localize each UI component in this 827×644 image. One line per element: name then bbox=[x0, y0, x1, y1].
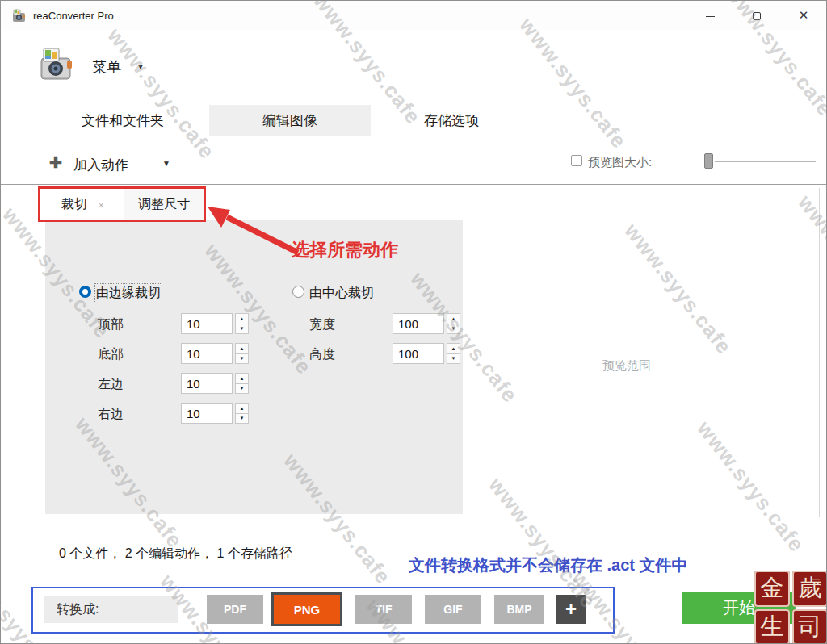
add-action-button[interactable]: 加入动作 bbox=[73, 156, 128, 174]
preview-area-placeholder: 预览范围 bbox=[602, 358, 651, 374]
preview-area-border bbox=[819, 188, 820, 517]
tab-files-folders[interactable]: 文件和文件夹 bbox=[45, 105, 200, 136]
convert-bar: 转换成: PDF PNG TIF GIF BMP + bbox=[31, 587, 615, 634]
annotation-note-text: 文件转换格式并不会储存在 .act 文件中 bbox=[409, 554, 688, 576]
top-label: 顶部 bbox=[98, 316, 124, 333]
height-spin-down-icon[interactable]: ▼ bbox=[447, 354, 460, 365]
width-spin-up-icon[interactable]: ▲ bbox=[447, 313, 460, 324]
tab-saving-options[interactable]: 存储选项 bbox=[379, 105, 524, 136]
crop-by-center-radio[interactable] bbox=[292, 286, 304, 298]
top-spin-down-icon[interactable]: ▼ bbox=[235, 324, 249, 335]
watermark-text: www.syys.cafe bbox=[793, 190, 827, 331]
preview-size-slider-thumb[interactable] bbox=[704, 153, 713, 169]
left-spin-up-icon[interactable]: ▲ bbox=[235, 373, 249, 384]
tab-edit-images[interactable]: 编辑图像 bbox=[209, 105, 371, 136]
menu-button[interactable]: 菜单 bbox=[92, 57, 121, 77]
width-spin-down-icon[interactable]: ▼ bbox=[447, 324, 460, 335]
add-format-button[interactable]: + bbox=[556, 595, 586, 624]
width-label: 宽度 bbox=[309, 316, 335, 333]
height-input[interactable] bbox=[393, 343, 444, 364]
window-title: reaConverter Pro bbox=[33, 10, 114, 22]
seal-char: 金 bbox=[754, 571, 790, 607]
height-spin-up-icon[interactable]: ▲ bbox=[447, 343, 460, 354]
bottom-spinner: ▲ ▼ bbox=[235, 343, 249, 364]
bottom-spin-up-icon[interactable]: ▲ bbox=[235, 343, 249, 354]
add-action-plus-icon: ✚ bbox=[49, 153, 62, 172]
format-button-gif[interactable]: GIF bbox=[425, 595, 481, 624]
seal-char: 司 bbox=[792, 609, 827, 644]
status-summary: 0 个文件， 2 个编辑动作， 1 个存储路径 bbox=[59, 546, 292, 562]
maximize-button[interactable] bbox=[751, 10, 762, 22]
left-spinner: ▲ ▼ bbox=[235, 373, 249, 394]
close-button[interactable]: ✕ bbox=[798, 10, 809, 21]
bottom-spin-down-icon[interactable]: ▼ bbox=[235, 354, 249, 365]
crop-by-edges-label[interactable]: 由边缘裁切 bbox=[96, 285, 161, 302]
height-spinner: ▲ ▼ bbox=[447, 343, 460, 364]
top-input[interactable] bbox=[181, 313, 233, 334]
height-label: 高度 bbox=[309, 346, 335, 363]
watermark-text: www.syys.cafe bbox=[514, 13, 632, 153]
seal-stamp: 金 歲 生 司 bbox=[754, 571, 827, 644]
right-spinner: ▲ ▼ bbox=[235, 403, 249, 424]
left-label: 左边 bbox=[98, 376, 124, 393]
annotation-select-action-text: 选择所需动作 bbox=[292, 238, 398, 262]
minimize-button[interactable] bbox=[704, 10, 716, 22]
watermark-text: www.syys.cafe bbox=[103, 23, 220, 164]
menu-caret-icon: ▼ bbox=[136, 62, 145, 71]
right-input[interactable] bbox=[181, 403, 233, 424]
right-label: 右边 bbox=[98, 406, 124, 423]
title-bar: reaConverter Pro ✕ bbox=[1, 1, 826, 31]
convert-to-label: 转换成: bbox=[44, 596, 178, 623]
seal-char: 歲 bbox=[792, 571, 827, 607]
format-button-pdf[interactable]: PDF bbox=[207, 595, 263, 624]
watermark-text: www.syys.cafe bbox=[692, 416, 810, 557]
toolbar-divider bbox=[1, 184, 827, 185]
app-window: reaConverter Pro ✕ 菜单 ▼ 文件和文件夹 编辑图像 存储选项… bbox=[0, 0, 827, 644]
left-spin-down-icon[interactable]: ▼ bbox=[235, 384, 249, 395]
preview-size-label: 预览图大小: bbox=[588, 155, 652, 170]
menu-app-icon[interactable] bbox=[38, 46, 75, 86]
app-icon bbox=[12, 9, 27, 26]
preview-size-slider-track[interactable] bbox=[715, 161, 816, 162]
crop-by-center-label[interactable]: 由中心裁切 bbox=[309, 285, 374, 302]
bottom-label: 底部 bbox=[98, 346, 124, 363]
seal-char: 生 bbox=[754, 609, 790, 644]
left-input[interactable] bbox=[181, 373, 233, 394]
format-button-bmp[interactable]: BMP bbox=[494, 595, 544, 624]
crop-by-edges-radio[interactable] bbox=[79, 286, 91, 298]
width-input[interactable] bbox=[393, 313, 444, 334]
watermark-text: www.syys.cafe bbox=[619, 219, 737, 359]
top-spin-up-icon[interactable]: ▲ bbox=[235, 313, 249, 324]
top-spinner: ▲ ▼ bbox=[235, 313, 249, 334]
right-spin-up-icon[interactable]: ▲ bbox=[235, 403, 249, 414]
right-spin-down-icon[interactable]: ▼ bbox=[235, 414, 249, 424]
bottom-input[interactable] bbox=[181, 343, 233, 364]
preview-size-checkbox[interactable] bbox=[571, 155, 582, 166]
format-button-png[interactable]: PNG bbox=[271, 592, 342, 626]
format-button-tif[interactable]: TIF bbox=[355, 595, 412, 624]
add-action-caret-icon[interactable]: ▼ bbox=[162, 159, 170, 168]
annotation-red-box bbox=[38, 186, 206, 222]
width-spinner: ▲ ▼ bbox=[447, 313, 460, 334]
